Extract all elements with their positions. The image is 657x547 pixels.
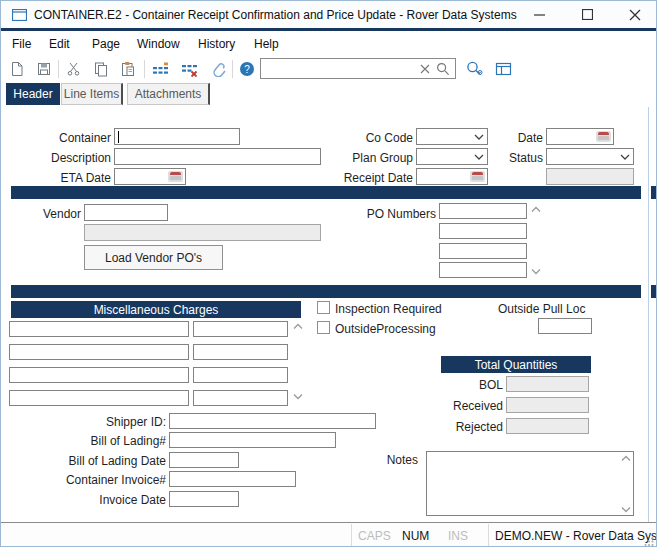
po-number-input-1[interactable] [439,203,527,219]
outside-processing-checkbox[interactable] [317,321,330,334]
receipt-date-label: Receipt Date [301,171,413,185]
toolbar-separator [144,60,145,78]
search-input[interactable] [263,60,421,77]
bol-field [506,376,589,392]
menu-window[interactable]: Window [137,37,180,51]
description-input[interactable] [114,148,321,165]
svg-text:?: ? [244,64,250,75]
form-right-border [648,107,649,522]
window-icon [12,9,27,21]
scroll-up-icon[interactable] [621,455,631,462]
save-icon[interactable] [33,59,55,79]
clear-search-icon[interactable] [420,64,430,74]
misc-charge-amount-input-1[interactable] [193,321,288,337]
scroll-down-icon[interactable] [621,506,631,513]
help-icon[interactable]: ? [236,59,258,79]
titlebar-divider [1,28,656,31]
scroll-up-icon[interactable] [293,323,303,330]
receipt-date-field[interactable] [416,168,488,185]
bill-of-lading-input[interactable] [169,432,336,448]
text-caret [118,131,119,143]
menu-file[interactable]: File [12,37,31,51]
tab-attachments[interactable]: Attachments [127,83,210,105]
load-vendor-pos-button[interactable]: Load Vendor PO's [84,245,223,270]
search-icon[interactable] [436,62,450,76]
tab-line-items[interactable]: Line Items [61,83,123,105]
scroll-down-icon[interactable] [293,393,303,400]
menu-help[interactable]: Help [254,37,279,51]
section-divider-band [11,285,641,298]
eta-date-field[interactable] [114,168,186,185]
close-button[interactable] [613,1,657,28]
container-label: Container [1,131,111,145]
po-number-input-3[interactable] [439,243,527,259]
minimize-button[interactable] [517,1,561,28]
co-code-select[interactable] [416,128,488,145]
notes-textarea[interactable] [426,451,634,516]
status-label: Status [491,151,543,165]
bol-label: BOL [421,378,503,392]
total-quantities-header: Total Quantities [441,356,591,373]
invoice-date-input[interactable] [169,491,239,507]
plan-group-label: Plan Group [301,151,413,165]
bill-of-lading-date-label: Bill of Lading Date [1,454,166,468]
outside-pull-loc-label: Outside Pull Loc [498,302,585,316]
maximize-button[interactable] [565,1,609,28]
title-bar[interactable]: CONTAINER.E2 - Container Receipt Confirm… [1,1,656,28]
chevron-down-icon [474,134,484,141]
description-label: Description [1,151,111,165]
calendar-icon[interactable] [470,171,485,182]
lookup-preview-icon[interactable] [464,59,486,79]
new-document-icon[interactable] [6,59,28,79]
scroll-down-icon[interactable] [531,268,541,275]
status-select[interactable] [546,148,634,165]
po-number-input-4[interactable] [439,262,527,278]
tab-header[interactable]: Header [6,83,60,105]
delete-row-icon[interactable] [178,59,200,79]
application-window: CONTAINER.E2 - Container Receipt Confirm… [0,0,657,547]
toolbar-separator [232,60,233,78]
misc-charge-desc-input-1[interactable] [9,321,189,337]
misc-charge-amount-input-2[interactable] [193,344,288,360]
calendar-icon[interactable] [168,171,183,182]
rejected-label: Rejected [421,420,503,434]
outside-pull-loc-input[interactable] [538,318,592,334]
resize-grip[interactable] [644,536,654,546]
date-label: Date [491,131,543,145]
bill-of-lading-label: Bill of Lading# [1,434,166,448]
po-number-input-2[interactable] [439,223,527,239]
status-aux-field [546,168,634,185]
cut-icon[interactable] [63,59,85,79]
misc-charge-desc-input-3[interactable] [9,367,189,383]
misc-charge-desc-input-4[interactable] [9,390,189,406]
paste-icon[interactable] [117,59,139,79]
inspection-required-checkbox[interactable] [317,301,330,314]
attachment-icon[interactable] [207,59,229,79]
plan-group-select[interactable] [416,148,488,165]
received-field [506,397,589,413]
bill-of-lading-date-input[interactable] [169,452,239,468]
shipper-id-input[interactable] [169,413,376,429]
date-field[interactable] [546,128,614,145]
scroll-up-icon[interactable] [531,206,541,213]
inspection-required-label: Inspection Required [335,302,442,316]
vendor-label: Vendor [1,207,81,221]
misc-charge-desc-input-2[interactable] [9,344,189,360]
container-input[interactable] [114,128,240,145]
copy-icon[interactable] [90,59,112,79]
notes-label: Notes [351,453,418,467]
statusbar-separator [351,524,352,547]
calendar-icon[interactable] [596,131,611,142]
misc-charge-amount-input-4[interactable] [193,390,288,406]
menu-edit[interactable]: Edit [49,37,70,51]
insert-row-icon[interactable] [149,59,171,79]
received-label: Received [421,399,503,413]
window-layout-icon[interactable] [492,59,514,79]
invoice-date-label: Invoice Date [1,493,166,507]
vendor-input[interactable] [84,204,168,221]
container-invoice-input[interactable] [169,471,296,487]
misc-charge-amount-input-3[interactable] [193,367,288,383]
menu-page[interactable]: Page [92,37,120,51]
num-indicator: NUM [402,529,429,543]
menu-history[interactable]: History [198,37,235,51]
